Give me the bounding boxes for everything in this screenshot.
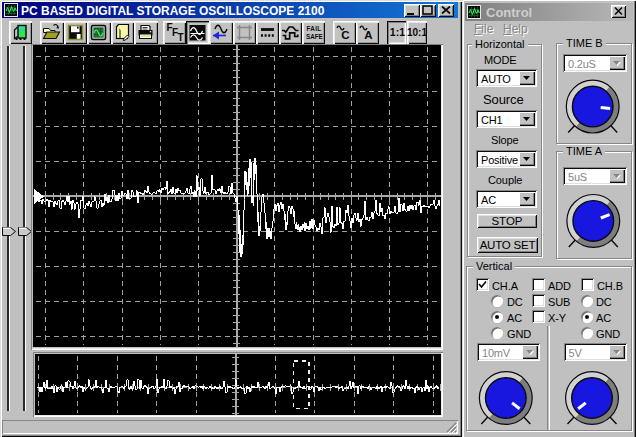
svg-text:C: C [341, 28, 349, 40]
svg-text:1:1: 1:1 [389, 27, 404, 38]
svg-text:A: A [365, 28, 373, 40]
svg-text:10:1: 10:1 [407, 27, 427, 38]
svg-text:SAFE: SAFE [306, 33, 323, 40]
svg-text:T: T [178, 32, 184, 43]
svg-text:FAIL: FAIL [307, 25, 322, 32]
